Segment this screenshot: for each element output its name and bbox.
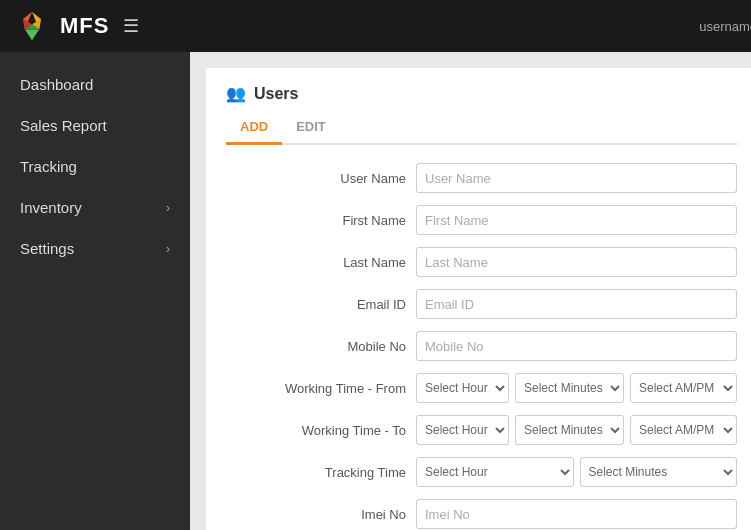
label-working-time-to: Working Time - To — [226, 423, 406, 438]
select-ampm-from[interactable]: Select AM/PM — [630, 373, 737, 403]
logo-text: MFS — [60, 13, 109, 39]
label-mobile: Mobile No — [226, 339, 406, 354]
label-lastname: Last Name — [226, 255, 406, 270]
sidebar-item-tracking[interactable]: Tracking — [0, 146, 190, 187]
input-username[interactable] — [416, 163, 737, 193]
select-ampm-to[interactable]: Select AM/PM — [630, 415, 737, 445]
users-icon: 👥 — [226, 84, 246, 103]
content-area: 👥 Users ADD EDIT User Name First Name La… — [190, 52, 751, 530]
label-email: Email ID — [226, 297, 406, 312]
working-time-from-selects: Select Hour Select Minutes Select AM/PM — [416, 373, 737, 403]
input-mobile[interactable] — [416, 331, 737, 361]
select-tracking-hour[interactable]: Select Hour — [416, 457, 574, 487]
form-row-working-time-to: Working Time - To Select Hour Select Min… — [226, 415, 737, 445]
sidebar-item-label: Settings — [20, 240, 74, 257]
sidebar-item-inventory[interactable]: Inventory › — [0, 187, 190, 228]
tab-add[interactable]: ADD — [226, 113, 282, 145]
sidebar-item-dashboard[interactable]: Dashboard — [0, 64, 190, 105]
tab-edit[interactable]: EDIT — [282, 113, 340, 145]
form-row-username: User Name — [226, 163, 737, 193]
tab-bar: ADD EDIT — [226, 113, 737, 145]
users-panel: 👥 Users ADD EDIT User Name First Name La… — [206, 68, 751, 530]
select-hour-from[interactable]: Select Hour — [416, 373, 509, 403]
form-row-working-time-from: Working Time - From Select Hour Select M… — [226, 373, 737, 403]
topbar-user: username — [699, 19, 751, 34]
input-email[interactable] — [416, 289, 737, 319]
sidebar-item-label: Sales Report — [20, 117, 107, 134]
select-minutes-from[interactable]: Select Minutes — [515, 373, 624, 403]
hamburger-icon[interactable]: ☰ — [123, 15, 139, 37]
label-firstname: First Name — [226, 213, 406, 228]
working-time-to-selects: Select Hour Select Minutes Select AM/PM — [416, 415, 737, 445]
select-hour-to[interactable]: Select Hour — [416, 415, 509, 445]
input-lastname[interactable] — [416, 247, 737, 277]
input-firstname[interactable] — [416, 205, 737, 235]
label-working-time-from: Working Time - From — [226, 381, 406, 396]
main-content: username 👥 Users ADD EDIT User Name Firs… — [190, 0, 751, 530]
select-minutes-to[interactable]: Select Minutes — [515, 415, 624, 445]
sidebar-header: MFS ☰ — [0, 0, 190, 52]
label-tracking-time: Tracking Time — [226, 465, 406, 480]
input-imei[interactable] — [416, 499, 737, 529]
panel-title-text: Users — [254, 85, 298, 103]
form-row-imei: Imei No — [226, 499, 737, 529]
sidebar-nav: Dashboard Sales Report Tracking Inventor… — [0, 52, 190, 269]
label-imei: Imei No — [226, 507, 406, 522]
select-tracking-minutes[interactable]: Select Minutes — [580, 457, 738, 487]
sidebar-item-sales-report[interactable]: Sales Report — [0, 105, 190, 146]
sidebar-item-settings[interactable]: Settings › — [0, 228, 190, 269]
sidebar-item-label: Inventory — [20, 199, 82, 216]
tracking-time-selects: Select Hour Select Minutes — [416, 457, 737, 487]
sidebar: MFS ☰ Dashboard Sales Report Tracking In… — [0, 0, 190, 530]
form-row-firstname: First Name — [226, 205, 737, 235]
sidebar-item-label: Dashboard — [20, 76, 93, 93]
form-row-tracking-time: Tracking Time Select Hour Select Minutes — [226, 457, 737, 487]
sidebar-item-label: Tracking — [20, 158, 77, 175]
svg-marker-2 — [25, 30, 39, 41]
form-row-lastname: Last Name — [226, 247, 737, 277]
form-row-mobile: Mobile No — [226, 331, 737, 361]
logo-icon — [14, 8, 50, 44]
panel-title: 👥 Users — [226, 84, 737, 103]
label-username: User Name — [226, 171, 406, 186]
form-row-email: Email ID — [226, 289, 737, 319]
chevron-right-icon: › — [166, 201, 170, 215]
topbar: username — [190, 0, 751, 52]
chevron-right-icon: › — [166, 242, 170, 256]
